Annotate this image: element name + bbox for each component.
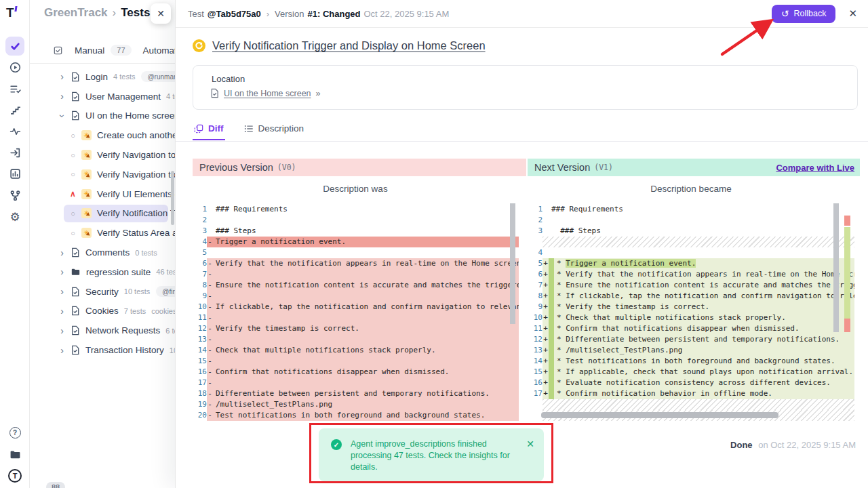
tree-item[interactable]: ›UI on the Home screen [30,106,175,126]
diff-line: 1### Requirements [528,204,854,215]
line-number: 15 [193,356,207,367]
tab-description[interactable]: Description [243,121,306,139]
sidebar-filter-tabs: Manual 77 Automated [30,37,175,64]
rail-item-import[interactable] [5,143,24,162]
rail-item-runs[interactable] [5,58,24,77]
tree-item[interactable]: ○✳Verify Notification T [30,204,175,224]
diff-line: 11- [193,312,519,323]
drawer-close-button[interactable]: ✕ [848,7,857,20]
rail-item-help[interactable]: ? [5,423,24,442]
scrollbar-thumb[interactable] [833,203,839,332]
test-title-row: Verify Notification Trigger and Display … [193,39,486,52]
diff-line: 4 [528,247,854,258]
rail-item-steps[interactable] [5,100,24,119]
status-circle-icon: ○ [68,170,78,178]
file-icon [71,92,80,102]
tree-item-label: regression suite [86,267,151,277]
tree-item-label: UI on the Home screen [85,110,175,121]
diff-line: 13+* /multiselect_TestPlans.png [528,345,854,356]
status-circle-icon: ○ [68,229,78,237]
chevron-right-icon[interactable]: › [57,286,67,297]
diff-line: 17- [193,378,519,388]
play-circle-icon [9,62,21,73]
drawer-edge-close-button[interactable]: ✕ [151,3,171,24]
success-check-icon: ✓ [331,439,342,450]
breadcrumb-root[interactable]: GreenTrack [44,6,108,19]
diff-sign: + [542,356,549,367]
diff-sign: + [542,280,549,291]
diff-line: 4-Trigger a notification event. [193,237,519,247]
chevron-right-icon[interactable]: › [57,345,67,356]
tree-item[interactable]: ›Network Requests6 te [30,321,175,340]
line-text: * Verify that the notification appears i… [554,269,854,280]
line-text: * Evaluate notification consistency acro… [554,378,831,388]
diff-line: 10-If clickable, tap the notification an… [193,302,519,312]
location-link[interactable]: UI on the Home screen [224,89,311,98]
line-number: 14 [528,356,542,367]
tab-diff[interactable]: Diff [193,121,225,140]
tree-item[interactable]: ›Security10 tests@firs [30,282,175,302]
tree-item[interactable]: ○✳Verify Navigation to [30,145,175,165]
toast-close-button[interactable]: ✕ [526,439,534,449]
line-number: 4 [528,247,542,258]
compare-with-live-link[interactable]: Compare with Live [776,163,860,173]
sidebar-scrollbar[interactable] [171,171,174,225]
chevron-right-icon[interactable]: › [57,266,67,277]
tree-item[interactable]: ›Transaction History10 [30,340,175,360]
tree-item-count: 10 tests [124,287,151,296]
horizontal-scrollbar-thumb[interactable] [541,412,778,418]
rail-item-tests[interactable] [5,37,24,56]
tree-item[interactable]: ○✳Verify Navigation to [30,165,175,184]
app-root: T ⚙ ? [0,0,868,488]
line-number: 1 [528,204,542,215]
line-text [213,356,216,367]
line-number: 13 [193,334,207,345]
line-text [549,247,551,258]
line-text: Verify that the notification appears in … [213,258,519,269]
tab-automated[interactable]: Automated [143,45,175,56]
line-number: 11 [193,312,207,323]
scrollbar-thumb[interactable] [510,203,515,324]
rail-item-files[interactable] [5,445,24,464]
line-text: Test notifications in both foreground an… [213,410,485,421]
tree-item[interactable]: ›Comments0 tests [30,243,175,262]
tree-item[interactable]: ›Login4 tests@runman [30,67,175,87]
diff-sign: + [542,269,549,280]
line-number: 19 [193,399,207,410]
version-tag-v1: (V1) [594,163,613,172]
line-text [213,291,216,302]
rail-item-activity[interactable] [5,121,24,140]
app-logo[interactable]: T [6,5,17,20]
line-number: 1 [193,204,207,215]
chevron-right-icon[interactable]: › [57,325,67,336]
tree-item[interactable]: ○✳Create ouch anothe [30,125,175,145]
line-number: 10 [528,312,542,323]
drawer-header: Test @Tab5d75a0 › Version #1: Changed Oc… [176,0,868,28]
line-text: * Confirm notification behavior in offli… [554,388,772,399]
diff-sign [542,215,549,226]
next-version-header: Next Version (V1) Compare with Live [528,159,860,176]
version-drawer: Test @Tab5d75a0 › Version #1: Changed Oc… [175,0,868,488]
collapse-caret-icon[interactable]: ∧ [68,189,78,199]
rollback-button[interactable]: ↺ Rollback [772,5,836,23]
chevron-right-icon[interactable]: › [57,91,67,102]
rail-item-account[interactable]: T [5,466,24,485]
diff-line: 1### Requirements [193,204,519,215]
diff-line: 5+* Trigger a notification event. [528,258,854,269]
chevron-right-icon[interactable]: › [57,247,67,258]
tree-item[interactable]: ›regression suite46 tests [30,262,175,282]
rail-item-reports[interactable] [5,164,24,183]
chevron-right-icon[interactable]: › [57,71,67,82]
chevron-right-icon[interactable]: › [57,306,67,317]
rail-item-test-plans[interactable] [5,79,24,98]
chevron-down-icon[interactable]: › [57,110,68,121]
rail-item-settings[interactable]: ⚙ [5,207,24,226]
tab-manual[interactable]: Manual [75,45,104,56]
line-text: Verify the timestamp is correct. [213,323,359,334]
tree-item[interactable]: ›Cookies7 testscookies.c [30,302,175,321]
line-number: 12 [193,323,207,334]
rail-item-traceability[interactable] [5,186,24,205]
tree-item[interactable]: ○✳Verify Status Area a [30,223,175,243]
tree-item[interactable]: ∧✳Verify UI Elements o [30,184,175,204]
tree-item[interactable]: ›User Management4 te [30,87,175,106]
